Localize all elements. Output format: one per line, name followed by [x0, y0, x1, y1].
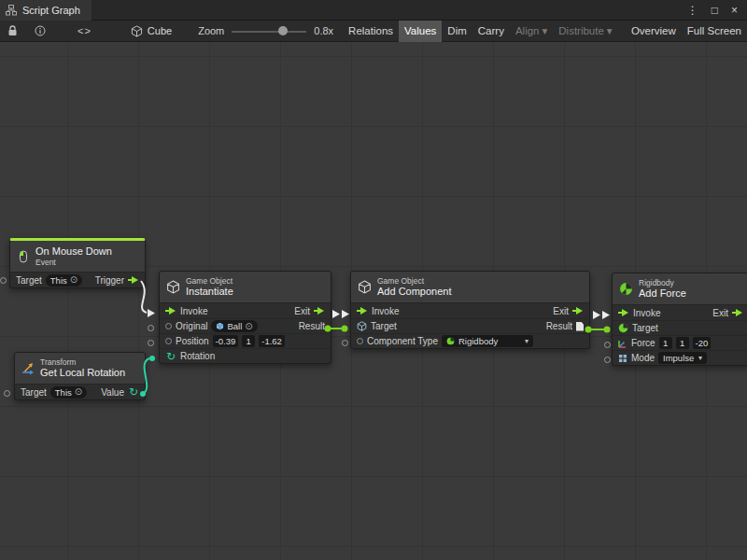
window-title: Script Graph — [22, 5, 80, 16]
distribute-button[interactable]: Distribute ▾ — [553, 21, 617, 42]
zoom-label: Zoom — [198, 25, 224, 36]
script-graph-icon — [6, 5, 17, 16]
result-label: Result — [299, 321, 325, 331]
graph-target[interactable]: Cube — [131, 25, 172, 37]
mode-dropdown[interactable]: Impulse ▾ — [658, 352, 707, 364]
input-port[interactable] — [0, 277, 7, 284]
full-screen-button[interactable]: Full Screen — [682, 21, 747, 42]
carry-button[interactable]: Carry — [472, 21, 510, 42]
exit-label: Exit — [712, 308, 728, 318]
distribute-label: Distribute — [558, 25, 604, 36]
trigger-output-port[interactable] — [128, 276, 139, 285]
wire-endpoint — [149, 356, 155, 361]
rotation-input-port[interactable]: ↻ — [165, 351, 176, 362]
input-port[interactable] — [148, 325, 154, 331]
force-label: Force — [631, 338, 655, 348]
node-on-mouse-down[interactable]: On Mouse Down Event Target This ⊙ Trigge… — [9, 238, 146, 288]
position-label: Position — [176, 336, 209, 346]
node-add-component[interactable]: Game Object Add Component Invoke Exit Ta… — [350, 271, 590, 349]
relations-button[interactable]: Relations — [343, 21, 399, 42]
node-row: Position -0.39 1 -1.62 — [160, 333, 331, 348]
wire-endpoint — [604, 327, 611, 333]
position-x-field[interactable]: -0.39 — [213, 335, 239, 347]
position-z-field[interactable]: -1.62 — [259, 335, 285, 347]
vector-axes-icon — [618, 339, 627, 348]
lock-icon[interactable] — [4, 21, 21, 42]
invoke-input-port[interactable] — [357, 307, 368, 315]
mode-label: Mode — [631, 353, 655, 363]
zoom-slider-thumb[interactable] — [278, 26, 288, 35]
mode-value: Impulse — [663, 353, 694, 363]
target-field-value: This — [55, 387, 72, 398]
target-field[interactable]: This ⊙ — [46, 274, 82, 287]
rotation-label: Rotation — [180, 351, 215, 361]
result-output-port[interactable] — [576, 322, 584, 331]
object-picker-icon[interactable]: ⊙ — [75, 387, 82, 397]
input-port[interactable] — [4, 390, 10, 397]
type-type-icon — [357, 338, 363, 344]
node-row: Target This ⊙ Trigger — [10, 273, 145, 287]
input-port[interactable] — [148, 340, 154, 346]
input-port[interactable] — [342, 340, 348, 346]
node-title: Add Component — [377, 286, 452, 298]
component-type-label: Component Type — [367, 336, 438, 346]
tab-script-graph[interactable]: Script Graph — [0, 0, 92, 21]
target-field[interactable]: This ⊙ — [50, 386, 87, 399]
exit-output-port[interactable] — [732, 309, 743, 317]
lock-glyph — [7, 25, 18, 36]
rigidbody-icon — [446, 337, 455, 345]
node-row: Force 1 1 -20 — [613, 335, 747, 350]
force-y-field[interactable]: 1 — [676, 337, 689, 349]
value-output-port[interactable]: ↻ — [128, 386, 139, 398]
code-icon[interactable]: <> — [74, 21, 95, 42]
node-row: Target This ⊙ Value ↻ — [15, 385, 145, 399]
exit-label: Exit — [294, 306, 310, 316]
node-category: Transform — [40, 357, 125, 367]
original-field[interactable]: Ball ⊙ — [211, 320, 257, 332]
overview-button[interactable]: Overview — [626, 21, 682, 42]
mouse-icon — [17, 250, 30, 263]
exit-output-port[interactable] — [572, 307, 584, 315]
object-picker-icon[interactable]: ⊙ — [70, 275, 78, 285]
force-z-field[interactable]: -20 — [693, 337, 712, 349]
node-header: Rigidbody Add Force — [613, 273, 747, 305]
info-icon[interactable] — [31, 21, 49, 42]
chevron-down-icon: ▾ — [525, 337, 529, 345]
values-button[interactable]: Values — [399, 21, 442, 42]
node-row: ↻ Rotation — [160, 348, 331, 363]
exit-output-port[interactable] — [314, 307, 325, 315]
node-row: Invoke Exit — [160, 303, 331, 318]
window-maximize-button[interactable]: □ — [712, 4, 718, 17]
input-port[interactable] — [604, 342, 611, 348]
info-glyph — [35, 25, 46, 36]
rigidbody-icon — [619, 282, 633, 296]
object-picker-icon[interactable]: ⊙ — [245, 322, 252, 331]
node-instantiate[interactable]: Game Object Instantiate Invoke Exit Orig… — [159, 271, 331, 364]
node-header: Transform Get Local Rotation — [15, 353, 145, 385]
cube-icon — [131, 25, 143, 37]
node-add-force[interactable]: Rigidbody Add Force Invoke Exit Target — [612, 273, 747, 366]
align-button[interactable]: Align ▾ — [510, 21, 553, 42]
input-port[interactable] — [604, 357, 611, 363]
node-get-local-rotation[interactable]: Transform Get Local Rotation Target This… — [14, 352, 146, 400]
zoom-slider-track — [232, 31, 306, 33]
component-type-dropdown[interactable]: Rigidbody ▾ — [442, 335, 533, 347]
invoke-label: Invoke — [633, 308, 660, 318]
wire-endpoint — [342, 326, 348, 332]
graph-canvas[interactable]: On Mouse Down Event Target This ⊙ Trigge… — [0, 42, 747, 560]
invoke-input-port[interactable] — [165, 307, 176, 315]
title-bar: Script Graph ⋮ □ × — [0, 0, 747, 21]
node-category: Game Object — [377, 276, 452, 286]
window-menu-button[interactable]: ⋮ — [687, 4, 698, 17]
dim-button[interactable]: Dim — [442, 21, 472, 42]
result-label: Result — [546, 321, 572, 331]
position-y-field[interactable]: 1 — [242, 335, 255, 347]
chevron-down-icon: ▾ — [698, 354, 702, 362]
window-close-button[interactable]: × — [731, 4, 738, 17]
chevron-down-icon: ▾ — [607, 24, 613, 37]
zoom-slider[interactable] — [232, 21, 306, 42]
force-x-field[interactable]: 1 — [659, 337, 672, 349]
toolbar-buttons: Relations Values Dim Carry Align ▾ Distr… — [343, 21, 747, 42]
original-field-value: Ball — [227, 321, 242, 331]
invoke-input-port[interactable] — [618, 309, 629, 317]
